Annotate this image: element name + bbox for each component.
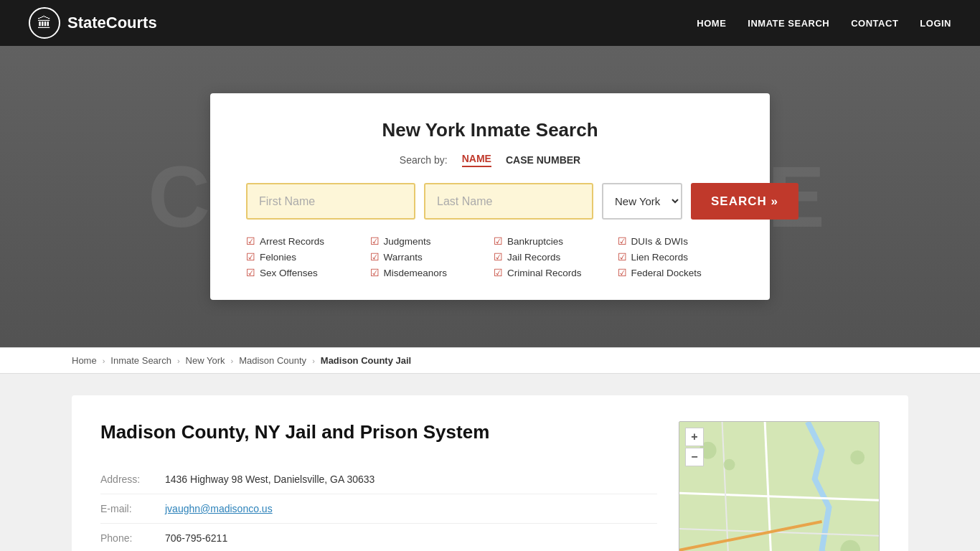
- checkbox-icon: ☑: [246, 235, 255, 247]
- checklist-item: ☑Judgments: [370, 235, 487, 247]
- search-title: New York Inmate Search: [246, 119, 734, 141]
- checklist-item: ☑Federal Dockets: [618, 267, 735, 278]
- checkbox-icon: ☑: [618, 267, 627, 278]
- search-by-label: Search by:: [400, 154, 448, 166]
- checkbox-icon: ☑: [370, 267, 380, 278]
- search-tabs: Search by: NAME CASE NUMBER: [246, 153, 734, 167]
- last-name-input[interactable]: [424, 183, 593, 220]
- nav-inmate-search[interactable]: INMATE SEARCH: [748, 18, 829, 29]
- checklist-item: ☑DUIs & DWIs: [618, 235, 735, 247]
- checklist-item: ☑Sex Offenses: [246, 267, 363, 278]
- search-card: New York Inmate Search Search by: NAME C…: [210, 93, 770, 300]
- checklist-item: ☑Criminal Records: [494, 267, 611, 278]
- checklist-item: ☑Jail Records: [494, 251, 611, 263]
- checklist-item: ☑Warrants: [370, 251, 487, 263]
- map-zoom-out-button[interactable]: −: [685, 448, 704, 466]
- address-value: 1436 Highway 98 West, Danielsville, GA 3…: [165, 465, 657, 494]
- map-svg: [679, 422, 879, 551]
- state-select[interactable]: New York Alabama Alaska California Flori…: [602, 183, 682, 220]
- email-row: E-mail: jvaughn@madisonco.us: [100, 494, 657, 524]
- search-inputs: New York Alabama Alaska California Flori…: [246, 183, 734, 220]
- checkbox-icon: ☑: [494, 235, 503, 247]
- address-label: Address:: [100, 465, 165, 494]
- checklist-item: ☑Bankruptcies: [494, 235, 611, 247]
- email-label: E-mail:: [100, 494, 165, 524]
- tab-case-number[interactable]: CASE NUMBER: [506, 154, 580, 166]
- checklist-item: ☑Misdemeanors: [370, 267, 487, 278]
- nav-home[interactable]: HOME: [697, 18, 726, 29]
- checkbox-icon: ☑: [246, 267, 255, 278]
- logo-icon: 🏛: [29, 7, 60, 39]
- facility-info-table: Address: 1436 Highway 98 West, Danielsvi…: [100, 465, 657, 551]
- checkbox-icon: ☑: [618, 251, 627, 263]
- breadcrumb-new-york[interactable]: New York: [186, 355, 225, 366]
- checkbox-icon: ☑: [370, 235, 380, 247]
- checklist-item: ☑Arrest Records: [246, 235, 363, 247]
- address-row: Address: 1436 Highway 98 West, Danielsvi…: [100, 465, 657, 494]
- search-button[interactable]: SEARCH »: [691, 183, 798, 220]
- map-container: + −: [679, 421, 880, 551]
- logo[interactable]: 🏛 StateCourts: [29, 7, 157, 39]
- hero-section: COURTHOUSE New York Inmate Search Search…: [0, 46, 980, 347]
- tab-name[interactable]: NAME: [462, 153, 491, 167]
- svg-point-6: [724, 459, 735, 471]
- map-zoom-in-button[interactable]: +: [685, 428, 704, 446]
- content-right: + −: [679, 421, 880, 551]
- breadcrumb: Home › Inmate Search › New York › Madiso…: [0, 347, 980, 374]
- main-nav: HOME INMATE SEARCH CONTACT LOGIN: [697, 18, 951, 29]
- email-link[interactable]: jvaughn@madisonco.us: [165, 503, 273, 514]
- map-controls: + −: [685, 428, 704, 466]
- nav-contact[interactable]: CONTACT: [851, 18, 898, 29]
- nav-login[interactable]: LOGIN: [920, 18, 951, 29]
- checklist-item: ☑Lien Records: [618, 251, 735, 263]
- checkbox-icon: ☑: [494, 251, 503, 263]
- breadcrumb-current: Madison County Jail: [321, 355, 411, 366]
- phone-value: 706-795-6211: [165, 524, 657, 552]
- page-title: Madison County, NY Jail and Prison Syste…: [100, 421, 657, 443]
- checkbox-icon: ☑: [618, 235, 627, 247]
- content-card: Madison County, NY Jail and Prison Syste…: [72, 395, 908, 551]
- breadcrumb-home[interactable]: Home: [72, 355, 97, 366]
- phone-row: Phone: 706-795-6211: [100, 524, 657, 552]
- breadcrumb-madison-county[interactable]: Madison County: [239, 355, 306, 366]
- first-name-input[interactable]: [246, 183, 415, 220]
- breadcrumb-inmate-search[interactable]: Inmate Search: [110, 355, 171, 366]
- svg-point-7: [850, 451, 864, 465]
- checkbox-icon: ☑: [370, 251, 380, 263]
- content-left: Madison County, NY Jail and Prison Syste…: [100, 421, 657, 551]
- phone-label: Phone:: [100, 524, 165, 552]
- logo-text: StateCourts: [67, 14, 157, 32]
- checklist: ☑Arrest Records☑Judgments☑Bankruptcies☑D…: [246, 235, 734, 278]
- site-header: 🏛 StateCourts HOME INMATE SEARCH CONTACT…: [0, 0, 980, 46]
- checkbox-icon: ☑: [494, 267, 503, 278]
- checkbox-icon: ☑: [246, 251, 255, 263]
- main-content: Madison County, NY Jail and Prison Syste…: [0, 374, 980, 551]
- checklist-item: ☑Felonies: [246, 251, 363, 263]
